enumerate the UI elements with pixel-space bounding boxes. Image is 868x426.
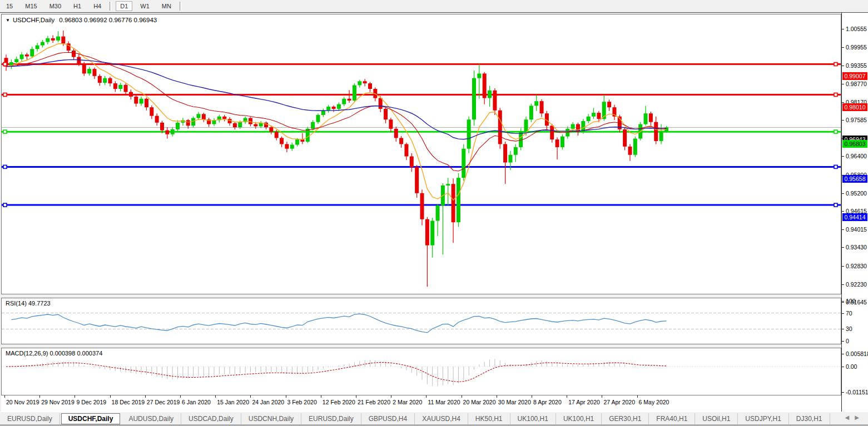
period-button-M15[interactable]: M15 (21, 2, 41, 11)
date-tick (75, 395, 75, 398)
candle-body (202, 114, 206, 119)
hline-handle[interactable] (834, 165, 837, 168)
hline-handle[interactable] (3, 165, 7, 168)
tab-USOil-H1[interactable]: USOil,H1 (695, 413, 738, 424)
candle-body (285, 144, 289, 148)
period-button-W1[interactable]: W1 (136, 2, 154, 11)
candle-body (503, 144, 507, 162)
tab-AUDUSD-Daily[interactable]: AUDUSD,Daily (121, 413, 181, 424)
tab-XAUUSD-H4[interactable]: XAUUSD,H4 (415, 413, 468, 424)
candle-body (399, 138, 403, 144)
macd-panel[interactable]: MACD(12,26,9) 0.000398 0.000374 (1, 348, 841, 395)
tab-scroll-left-icon[interactable]: ◀ (845, 414, 855, 420)
candle-body (72, 51, 76, 57)
price-tick-label: 0.99355 (846, 62, 867, 69)
rsi-tick-label: 30 (846, 325, 852, 332)
candle-body (358, 81, 361, 85)
date-tick (532, 395, 532, 398)
date-axis[interactable]: 20 Nov 201929 Nov 20199 Dec 201918 Dec 2… (1, 395, 841, 412)
axis-tick (842, 247, 844, 248)
tab-DJ30-H1[interactable]: DJ30,H1 (789, 413, 830, 424)
period-button-M30[interactable]: M30 (45, 2, 66, 11)
candle-body (254, 124, 257, 127)
tab-USDCHF-Daily[interactable]: USDCHF,Daily (61, 413, 121, 424)
date-label: 27 Apr 2020 (603, 399, 635, 405)
hline-handle[interactable] (834, 93, 837, 97)
candle-body (316, 115, 320, 122)
candle-body (290, 145, 294, 149)
macd-chart[interactable] (2, 348, 841, 395)
axis-tick (842, 301, 844, 302)
candlestick-chart[interactable] (2, 14, 841, 294)
period-button-MN[interactable]: MN (157, 2, 176, 11)
axis-tick (842, 84, 844, 84)
date-label: 8 Apr 2020 (533, 399, 562, 405)
hline-handle[interactable] (3, 203, 7, 207)
period-button-H1[interactable]: H1 (69, 2, 86, 11)
date-label: 3 Feb 2020 (287, 399, 317, 405)
date-label: 21 Feb 2020 (358, 399, 390, 405)
hline-handle[interactable] (834, 62, 837, 66)
candle-body (389, 119, 393, 129)
tab-HK50-H1[interactable]: HK50,H1 (468, 413, 510, 424)
date-label: 24 Jan 2020 (252, 399, 284, 405)
price-tick-label: 0.96400 (846, 153, 867, 159)
candle-body (452, 184, 455, 222)
candle-body (14, 59, 18, 62)
candle-body (311, 122, 315, 129)
hline-handle[interactable] (3, 130, 7, 133)
period-button-D1[interactable]: D1 (116, 1, 132, 11)
candle-body (633, 138, 637, 154)
tab-USDJPY-H1[interactable]: USDJPY,H1 (738, 413, 788, 424)
main-chart-panel[interactable]: ▼USDCHF,Daily0.96803 0.96992 0.96776 0.9… (1, 14, 841, 294)
price-axis[interactable]: 1.005550.999550.993550.987700.981700.975… (841, 13, 868, 412)
date-tick (145, 395, 146, 398)
chart-dropdown-icon[interactable]: ▼ (6, 18, 10, 23)
tab-FRA40-H1[interactable]: FRA40,H1 (649, 413, 695, 424)
axis-tick (842, 392, 844, 393)
tab-UK100-H1[interactable]: UK100,H1 (510, 413, 556, 424)
candle-body (436, 206, 440, 221)
candle-body (306, 129, 310, 142)
date-tick (215, 395, 216, 398)
candle-body (472, 78, 476, 120)
axis-tick (842, 29, 844, 29)
candle-body (118, 85, 122, 89)
hline-handle[interactable] (3, 93, 7, 97)
rsi-chart[interactable] (2, 298, 841, 344)
tab-EURUSD-Daily[interactable]: EURUSD,Daily (0, 413, 60, 424)
period-button-15[interactable]: 15 (2, 2, 17, 11)
tab-GER30-H1[interactable]: GER30,H1 (602, 413, 649, 424)
candle-body (275, 132, 279, 138)
tab-scroll-right-icon[interactable]: ▶ (855, 414, 865, 420)
date-tick (602, 395, 602, 398)
tab-GBPUSD-H4[interactable]: GBPUSD,H4 (361, 413, 415, 424)
candle-body (477, 73, 481, 78)
hline-handle[interactable] (834, 130, 837, 133)
date-tick (426, 395, 426, 398)
hline-handle[interactable] (834, 203, 837, 207)
period-button-H4[interactable]: H4 (89, 2, 106, 11)
tab-USDCAD-Daily[interactable]: USDCAD,Daily (181, 413, 241, 424)
tab-UK100-H1[interactable]: UK100,H1 (556, 413, 602, 424)
rsi-panel[interactable]: RSI(14) 49.7723 (1, 298, 841, 344)
date-tick (250, 395, 251, 398)
tab-USDCNH-Daily[interactable]: USDCNH,Daily (241, 413, 301, 424)
chart-tabs-bar: EURUSD,DailyUSDCHF,DailyAUDUSD,DailyUSDC… (0, 412, 868, 425)
tab-scroll-arrows[interactable]: ◀▶ (845, 414, 865, 420)
candle-body (191, 118, 195, 126)
price-tick-label: 0.92230 (846, 281, 867, 288)
candle-body (87, 69, 91, 73)
date-tick (391, 395, 391, 398)
candle-body (36, 46, 39, 49)
candle-body (420, 193, 424, 219)
rsi-tick-label: 70 (846, 310, 852, 317)
candle-body (233, 123, 237, 127)
candle-body (467, 119, 471, 148)
tab-EURUSD-Daily[interactable]: EURUSD,Daily (301, 413, 361, 424)
candle-body (82, 64, 86, 74)
price-tick-label: 0.95200 (846, 190, 867, 197)
date-label: 9 Dec 2019 (76, 399, 106, 405)
axis-tick (842, 367, 844, 367)
hline-handle[interactable] (3, 62, 7, 66)
